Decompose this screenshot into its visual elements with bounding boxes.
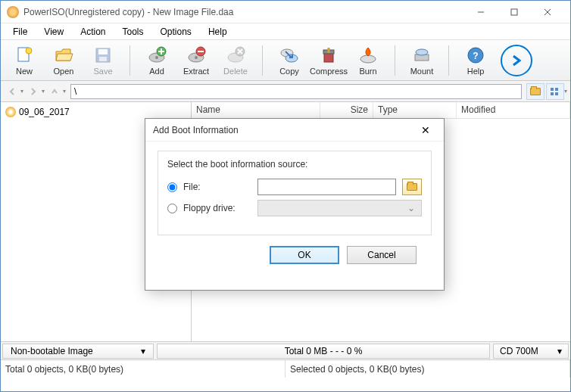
new-icon <box>14 45 34 65</box>
new-button[interactable]: New <box>7 43 42 78</box>
extract-icon <box>186 45 206 65</box>
copy-button[interactable]: Copy <box>272 43 307 78</box>
folder-view-button[interactable] <box>526 83 544 100</box>
menu-tools[interactable]: Tools <box>115 25 151 39</box>
svg-rect-35 <box>555 92 558 95</box>
dialog-titlebar: Add Boot Information ✕ <box>145 119 444 142</box>
save-button: Save <box>86 43 120 78</box>
window-title: PowerISO(Unregistered copy) - New Image … <box>23 7 464 17</box>
browse-button[interactable] <box>402 179 422 195</box>
svg-rect-8 <box>99 57 107 61</box>
titlebar: PowerISO(Unregistered copy) - New Image … <box>1 1 570 23</box>
delete-icon <box>226 45 245 65</box>
svg-point-15 <box>195 56 198 59</box>
next-arrow-button[interactable] <box>501 45 532 76</box>
add-icon <box>147 45 167 65</box>
burn-icon <box>358 45 378 65</box>
mount-button[interactable]: Mount <box>404 43 439 78</box>
menu-action[interactable]: Action <box>73 25 113 39</box>
floppy-radio[interactable] <box>167 204 177 213</box>
total-status: Total 0 MB - - - 0 % <box>157 344 490 359</box>
mount-icon <box>412 45 432 65</box>
file-radio-label[interactable]: File: <box>183 182 251 192</box>
burn-button[interactable]: Burn <box>351 43 385 78</box>
compress-button[interactable]: Compress <box>311 43 346 78</box>
toolbar-separator <box>129 45 130 76</box>
app-icon <box>7 6 19 18</box>
add-button[interactable]: Add <box>139 43 174 78</box>
toolbar-separator <box>262 45 263 76</box>
list-header: Name Size Type Modified <box>192 102 570 119</box>
boot-source-group: Select the boot information source: File… <box>158 151 432 235</box>
svg-rect-24 <box>324 53 333 62</box>
svg-rect-33 <box>555 88 558 91</box>
image-type-status[interactable]: Non-bootable Image ▾ <box>2 344 154 359</box>
folder-icon <box>530 88 541 95</box>
column-type[interactable]: Type <box>373 102 457 118</box>
floppy-radio-label[interactable]: Floppy drive: <box>183 203 251 213</box>
svg-rect-1 <box>511 9 517 15</box>
navbar: ▾ ▾ ▾ ▾ <box>1 81 570 102</box>
nav-forward-button <box>25 83 42 100</box>
extract-button[interactable]: Extract <box>179 43 214 78</box>
open-icon <box>54 45 73 65</box>
maximize-button[interactable] <box>498 2 531 23</box>
help-button[interactable]: ? Help <box>458 43 493 78</box>
minimize-button[interactable] <box>464 2 498 23</box>
add-boot-info-dialog: Add Boot Information ✕ Select the boot i… <box>145 118 445 291</box>
svg-point-31 <box>508 52 525 69</box>
total-objects: Total 0 objects, 0 KB(0 bytes) <box>1 360 286 378</box>
menu-view[interactable]: View <box>36 25 71 39</box>
delete-button: Delete <box>218 43 253 78</box>
toolbar-separator <box>395 45 395 76</box>
list-view-button[interactable] <box>546 83 564 100</box>
nav-back-button <box>4 83 20 100</box>
folder-icon <box>407 183 417 191</box>
tree-root-item[interactable]: 09_06_2017 <box>4 105 188 119</box>
dialog-title: Add Boot Information <box>153 125 415 135</box>
save-icon <box>93 45 113 65</box>
capacity-selector[interactable]: CD 700M ▾ <box>493 344 569 359</box>
menu-file[interactable]: File <box>5 25 35 39</box>
chevron-down-icon: ▾ <box>557 346 562 356</box>
svg-rect-32 <box>551 88 554 91</box>
chevron-down-icon: ▾ <box>141 346 145 356</box>
chevron-down-icon: ▾ <box>42 88 45 95</box>
bottom-bar: Total 0 objects, 0 KB(0 bytes) Selected … <box>1 359 570 378</box>
compress-icon <box>319 45 339 65</box>
svg-point-28 <box>416 49 428 55</box>
ok-button[interactable]: OK <box>270 246 339 264</box>
tree-root-label: 09_06_2017 <box>19 107 70 117</box>
file-path-input[interactable] <box>257 179 396 195</box>
menu-help[interactable]: Help <box>201 25 235 39</box>
column-modified[interactable]: Modified <box>457 102 570 118</box>
column-size[interactable]: Size <box>320 102 373 118</box>
toolbar-separator <box>448 45 449 76</box>
svg-text:?: ? <box>473 51 478 61</box>
chevron-down-icon[interactable]: ▾ <box>564 88 567 95</box>
path-input[interactable] <box>70 84 522 99</box>
group-label: Select the boot information source: <box>167 159 422 170</box>
nav-up-button <box>46 83 63 100</box>
selected-objects: Selected 0 objects, 0 KB(0 bytes) <box>286 360 570 378</box>
file-radio[interactable] <box>167 182 177 192</box>
chevron-down-icon: ⌄ <box>404 203 418 213</box>
dialog-close-button[interactable]: ✕ <box>415 121 436 139</box>
chevron-down-icon: ▾ <box>63 88 66 95</box>
column-name[interactable]: Name <box>192 102 320 118</box>
copy-icon <box>279 45 299 65</box>
toolbar: New Open Save Add Extract Delete Copy Co… <box>1 40 570 81</box>
chevron-down-icon: ▾ <box>20 88 23 95</box>
menu-options[interactable]: Options <box>153 25 199 39</box>
cancel-button[interactable]: Cancel <box>347 246 417 264</box>
svg-rect-7 <box>98 49 108 54</box>
svg-rect-34 <box>551 92 554 95</box>
open-button[interactable]: Open <box>46 43 81 78</box>
svg-point-10 <box>155 56 158 59</box>
close-button[interactable] <box>531 2 564 23</box>
floppy-drive-select: ⌄ <box>257 200 422 216</box>
svg-point-5 <box>26 48 32 54</box>
list-icon <box>550 87 560 96</box>
menubar: File View Action Tools Options Help <box>1 23 570 40</box>
disc-icon <box>5 107 16 117</box>
